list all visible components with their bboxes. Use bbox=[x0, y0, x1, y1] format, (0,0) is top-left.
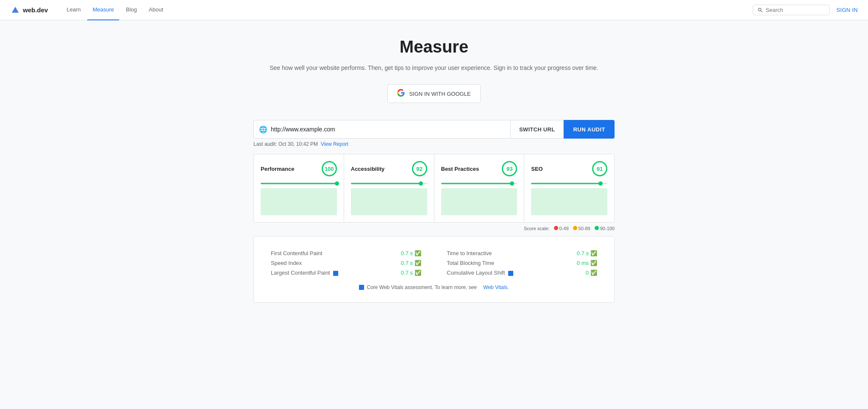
nav-about[interactable]: About bbox=[144, 0, 168, 20]
a11y-thumbnail bbox=[351, 188, 427, 215]
search-icon bbox=[757, 7, 763, 13]
nav-learn[interactable]: Learn bbox=[61, 0, 86, 20]
bp-title: Best Practices bbox=[441, 166, 479, 172]
web-vitals-link[interactable]: Web Vitals. bbox=[483, 284, 509, 290]
score-card-bestpractices: Best Practices 93 bbox=[434, 154, 525, 222]
score-cards: Performance 100 Accessibility 92 bbox=[253, 154, 615, 223]
signin-google-button[interactable]: SIGN IN WITH GOOGLE bbox=[387, 84, 480, 103]
search-box[interactable] bbox=[753, 5, 830, 15]
google-g-icon bbox=[397, 89, 405, 98]
navbar-right: SIGN IN bbox=[753, 5, 858, 15]
last-audit-text: Last audit: Oct 30, 10:42 PM View Report bbox=[253, 141, 615, 147]
run-audit-button[interactable]: RUN AUDIT bbox=[564, 120, 615, 139]
metric-si: Speed Index 0.7 s ✅ bbox=[271, 258, 421, 268]
a11y-title: Accessibility bbox=[351, 166, 385, 172]
core-vitals-note: Core Web Vitals assessment. To learn mor… bbox=[271, 284, 597, 290]
url-input-wrap: 🌐 bbox=[253, 120, 511, 139]
seo-score: 91 bbox=[592, 161, 607, 176]
url-input[interactable] bbox=[271, 126, 505, 133]
tbt-value: 0 ms ✅ bbox=[577, 260, 597, 266]
metric-fcp: First Contentful Paint 0.7 s ✅ bbox=[271, 248, 421, 258]
cls-badge-icon bbox=[508, 271, 513, 276]
page-title: Measure bbox=[253, 37, 615, 56]
perf-title: Performance bbox=[261, 166, 294, 172]
navbar: web.dev Learn Measure Blog About SIGN IN bbox=[0, 0, 868, 20]
lcp-check-icon: ✅ bbox=[415, 270, 421, 276]
perf-thumbnail bbox=[261, 188, 337, 215]
metric-tbt: Total Blocking Time 0 ms ✅ bbox=[447, 258, 597, 268]
tbt-check-icon: ✅ bbox=[590, 260, 597, 266]
signin-google-label: SIGN IN WITH GOOGLE bbox=[409, 91, 470, 97]
score-card-performance: Performance 100 bbox=[254, 154, 344, 222]
fcp-label: First Contentful Paint bbox=[271, 250, 322, 256]
cls-check-icon: ✅ bbox=[590, 270, 597, 276]
tti-label: Time to Interactive bbox=[447, 250, 492, 256]
logo-icon bbox=[10, 5, 20, 15]
si-label: Speed Index bbox=[271, 260, 302, 266]
tti-value: 0.7 s ✅ bbox=[577, 250, 597, 256]
tbt-label: Total Blocking Time bbox=[447, 260, 494, 266]
si-check-icon: ✅ bbox=[415, 260, 421, 266]
metric-lcp: Largest Contentful Paint 0.7 s ✅ bbox=[271, 268, 421, 278]
seo-thumbnail bbox=[531, 188, 607, 215]
logo-text: web.dev bbox=[23, 6, 48, 14]
logo-link[interactable]: web.dev bbox=[10, 5, 48, 15]
nav-links: Learn Measure Blog About bbox=[61, 0, 752, 20]
fcp-value: 0.7 s ✅ bbox=[401, 250, 421, 256]
svg-marker-1 bbox=[12, 8, 19, 13]
metrics-grid: First Contentful Paint 0.7 s ✅ Speed Ind… bbox=[271, 248, 597, 278]
lcp-badge-icon bbox=[333, 271, 338, 276]
page-subtitle: See how well your website performs. Then… bbox=[253, 63, 615, 72]
cls-value: 0 ✅ bbox=[586, 270, 597, 276]
switch-url-button[interactable]: SWITCH URL bbox=[511, 120, 564, 139]
nav-blog[interactable]: Blog bbox=[121, 0, 142, 20]
url-bar: 🌐 SWITCH URL RUN AUDIT bbox=[253, 120, 615, 139]
score-card-accessibility: Accessibility 92 bbox=[344, 154, 434, 222]
bp-thumbnail bbox=[441, 188, 517, 215]
nav-measure[interactable]: Measure bbox=[87, 0, 119, 20]
metrics-left: First Contentful Paint 0.7 s ✅ Speed Ind… bbox=[271, 248, 421, 278]
score-scale: Score scale: 0-49 50-89 90-100 bbox=[253, 226, 615, 231]
lcp-value: 0.7 s ✅ bbox=[401, 270, 421, 276]
metrics-right: Time to Interactive 0.7 s ✅ Total Blocki… bbox=[447, 248, 597, 278]
main-content: Measure See how well your website perfor… bbox=[243, 20, 625, 328]
fcp-check-icon: ✅ bbox=[415, 250, 421, 256]
signin-button[interactable]: SIGN IN bbox=[837, 7, 858, 13]
metric-tti: Time to Interactive 0.7 s ✅ bbox=[447, 248, 597, 258]
tti-check-icon: ✅ bbox=[590, 250, 597, 256]
url-section: 🌐 SWITCH URL RUN AUDIT Last audit: Oct 3… bbox=[253, 120, 615, 147]
bp-score: 93 bbox=[502, 161, 517, 176]
view-report-link[interactable]: View Report bbox=[321, 141, 348, 147]
lcp-label: Largest Contentful Paint bbox=[271, 270, 338, 276]
perf-score: 100 bbox=[322, 161, 337, 176]
metrics-panel: First Contentful Paint 0.7 s ✅ Speed Ind… bbox=[253, 236, 615, 303]
seo-title: SEO bbox=[531, 166, 542, 172]
core-vitals-badge-icon bbox=[359, 285, 364, 290]
score-card-seo: SEO 91 bbox=[524, 154, 614, 222]
search-input[interactable] bbox=[766, 7, 825, 13]
metric-cls: Cumulative Layout Shift 0 ✅ bbox=[447, 268, 597, 278]
a11y-score: 92 bbox=[412, 161, 427, 176]
cls-label: Cumulative Layout Shift bbox=[447, 270, 513, 276]
si-value: 0.7 s ✅ bbox=[401, 260, 421, 266]
globe-icon: 🌐 bbox=[259, 125, 267, 134]
